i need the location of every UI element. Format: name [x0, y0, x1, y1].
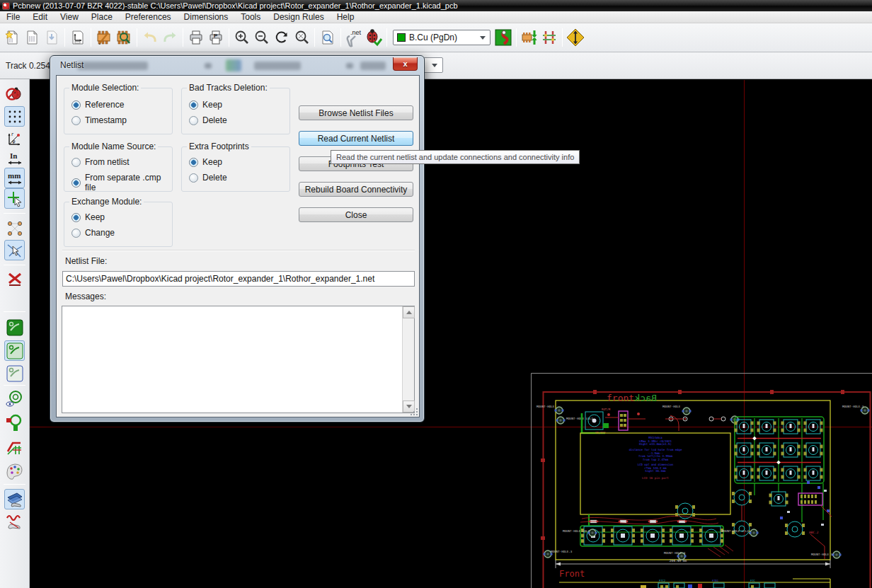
radio-exchange-keep[interactable] [71, 213, 81, 222]
chevron-down-icon [480, 36, 486, 40]
auto-delete-track-icon[interactable] [4, 270, 25, 290]
mode-track-icon[interactable] [539, 28, 559, 47]
menu-design-rules[interactable]: Design Rules [267, 11, 330, 23]
group-module-selection: Module Selection: Reference Timestamp [64, 88, 173, 134]
module-ratsnest-icon[interactable] [4, 240, 25, 260]
open-board-icon[interactable] [22, 28, 42, 47]
browse-netlist-files-button[interactable]: Browse Netlist Files [299, 105, 413, 120]
high-contrast-icon[interactable] [4, 461, 25, 481]
rebuild-board-connectivity-button[interactable]: Rebuild Board Connectivity [299, 182, 413, 197]
abc-label: ABC.2 [809, 531, 819, 534]
dimension-text: 204.49 mm [670, 559, 687, 563]
radio-timestamp[interactable] [71, 116, 81, 125]
footprint-editor-icon[interactable] [94, 28, 114, 47]
zones-nofill-icon[interactable] [4, 363, 25, 384]
group-label: Module Name Source: [69, 142, 158, 151]
dimension-line [556, 560, 830, 568]
radio-extra-keep[interactable] [189, 158, 198, 167]
menu-view[interactable]: View [54, 11, 85, 23]
drc-off-icon[interactable] [4, 83, 25, 104]
drc-icon[interactable] [364, 28, 384, 47]
ratsnest-visibility-icon[interactable] [4, 218, 25, 238]
group-label: Exchange Module: [69, 197, 144, 207]
track-width-label: Track 0.254 [6, 61, 50, 71]
plot-icon[interactable]: P [206, 28, 226, 47]
layer-selector[interactable]: B.Cu (PgDn) [393, 30, 490, 45]
polar-coords-icon[interactable]: φr [4, 128, 25, 149]
netlist-dialog: Netlist x Module Selection: Reference Ti… [50, 55, 425, 422]
second-board: F7C2 F7B1 F7C [559, 579, 830, 588]
scroll-up-icon[interactable] [403, 306, 415, 318]
pcb-back-label: Back [635, 393, 657, 403]
menu-tools[interactable]: Tools [234, 11, 267, 23]
vias-sketch-icon[interactable] [4, 412, 25, 432]
find-icon[interactable] [318, 28, 338, 47]
group-module-name-source: Module Name Source: From netlist From se… [64, 146, 173, 192]
svg-text:P: P [214, 33, 218, 39]
svg-text:Hight ±33.4mm(±1.5): Hight ±33.4mm(±1.5) [639, 442, 672, 446]
layers-manager-icon[interactable] [4, 489, 25, 509]
grid-visibility-icon[interactable] [4, 106, 25, 127]
menu-help[interactable]: Help [331, 11, 361, 23]
new-board-icon[interactable] [2, 28, 22, 47]
menu-place[interactable]: Place [85, 11, 119, 23]
radio-from-cmp-file[interactable] [71, 178, 81, 188]
autoroute-mode-icon[interactable] [566, 28, 585, 47]
fp-label: F7B1 [712, 579, 719, 582]
save-board-icon[interactable] [42, 28, 62, 47]
group-label: Extra Footprints [187, 142, 251, 151]
redo-icon[interactable] [160, 28, 180, 47]
close-button[interactable]: Close [299, 207, 413, 222]
microwave-tools-icon[interactable] [4, 511, 25, 531]
zones-fill-icon[interactable] [4, 317, 25, 338]
zoom-fit-icon[interactable] [292, 28, 311, 47]
messages-scrollbar[interactable] [402, 306, 414, 413]
radio-reference[interactable] [71, 100, 81, 110]
pads-sketch-icon[interactable] [4, 388, 25, 409]
messages-box[interactable] [62, 306, 415, 413]
menu-file[interactable]: File [0, 11, 26, 23]
pcbnew-app-icon [2, 2, 10, 10]
read-netlist-tooltip: Read the current netlist and update conn… [331, 150, 580, 164]
undo-icon[interactable] [140, 28, 160, 47]
menu-dimensions[interactable]: Dimensions [178, 11, 235, 23]
mount-hole-label: MOUNT-HOLE LOL2 [563, 529, 590, 533]
netlist-file-input[interactable] [62, 271, 415, 287]
zoom-in-icon[interactable] [232, 28, 252, 47]
units-mm-icon[interactable]: mm [4, 168, 25, 188]
cursor-shape-icon[interactable] [4, 188, 25, 209]
menu-preferences[interactable]: Preferences [119, 11, 178, 23]
svg-text:In: In [10, 151, 17, 160]
lcd-notes: R5J/b0ca LMax 3.3Bhr r8/2021 Hight ±33.4… [629, 436, 682, 473]
radio-extra-delete[interactable] [189, 173, 198, 183]
netlist-icon[interactable]: .net [344, 28, 364, 47]
close-icon[interactable]: x [393, 57, 418, 71]
radio-label: Timestamp [85, 115, 127, 125]
fp-label: F7C2 [659, 579, 665, 582]
radio-bad-tracks-keep[interactable] [189, 100, 198, 110]
window-titlebar[interactable]: Pcbnew (2013-07-07 BZR 4022)-stable C:\U… [0, 0, 872, 11]
redraw-icon[interactable] [272, 28, 292, 47]
read-current-netlist-button[interactable]: Read Current Netlist [299, 131, 413, 146]
units-inch-icon[interactable]: In [4, 148, 25, 168]
tracks-sketch-icon[interactable] [4, 436, 25, 456]
radio-exchange-change[interactable] [71, 229, 81, 238]
layer-manager-toggle-icon[interactable] [493, 28, 513, 47]
mount-hole-label: MOUNT-HOLE [662, 405, 681, 408]
zones-outline-icon[interactable] [4, 340, 25, 361]
pcbnew-window: Pcbnew (2013-07-07 BZR 4022)-stable C:\U… [0, 0, 872, 588]
menu-edit[interactable]: Edit [26, 11, 54, 23]
zoom-combo-fragment[interactable] [423, 57, 443, 73]
zoom-out-icon[interactable] [252, 28, 272, 47]
print-icon[interactable] [186, 28, 206, 47]
radio-label: Change [85, 228, 115, 238]
resize-grip[interactable] [411, 408, 418, 415]
radio-bad-tracks-delete[interactable] [189, 116, 198, 125]
layer-color-swatch [397, 33, 406, 42]
fp-label: F7C [750, 579, 755, 582]
footprint-viewer-icon[interactable] [114, 28, 134, 47]
mode-footprint-icon[interactable] [520, 28, 539, 47]
page-settings-icon[interactable] [68, 28, 88, 47]
netlist-dialog-titlebar[interactable]: Netlist x [50, 56, 424, 75]
radio-from-netlist[interactable] [71, 158, 81, 167]
